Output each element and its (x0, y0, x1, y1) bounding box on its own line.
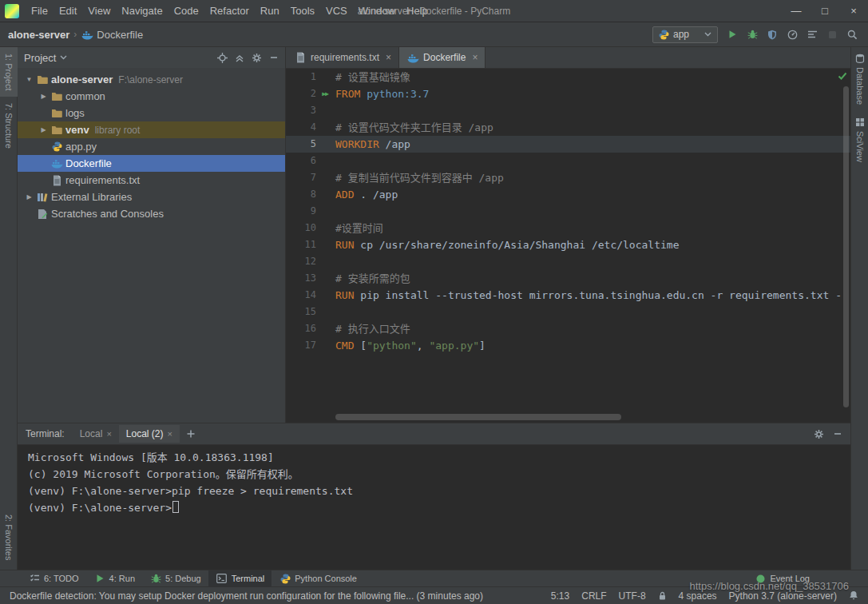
tree-item-common[interactable]: ▶common (18, 88, 285, 105)
editor-line[interactable]: 12 (286, 253, 850, 270)
editor-line[interactable]: 15 (286, 304, 850, 320)
tab-close-icon[interactable]: × (386, 52, 391, 63)
close-button[interactable]: × (839, 0, 868, 22)
locate-file-icon[interactable] (217, 53, 228, 63)
terminal-output[interactable]: Microsoft Windows [版本 10.0.18363.1198](c… (18, 445, 850, 570)
tree-item-alone-server[interactable]: ▼alone-serverF:\alone-server (18, 71, 285, 88)
editor-line[interactable]: 8ADD . /app (286, 186, 850, 203)
breadcrumb-item-dockerfile[interactable]: Dockerfile (81, 29, 143, 41)
tab-close-icon[interactable]: × (472, 52, 478, 63)
menu-item-view[interactable]: View (82, 1, 116, 21)
terminal-hide-icon[interactable] (833, 429, 842, 439)
editor-vertical-scrollbar[interactable] (843, 86, 849, 407)
editor-line[interactable]: 10#设置时间 (286, 220, 850, 236)
tree-item-external-libraries[interactable]: ▶External Libraries (18, 189, 285, 205)
tree-item-app-py[interactable]: app.py (18, 138, 285, 155)
editor-line[interactable]: 13# 安装所需的包 (286, 270, 850, 287)
editor-line[interactable]: 4# 设置代码文件夹工作目录 /app (286, 119, 850, 136)
tree-item-dockerfile[interactable]: Dockerfile (18, 155, 285, 172)
terminal-tab-local-2[interactable]: Local (2)× (119, 425, 180, 443)
minimize-button[interactable]: — (782, 0, 811, 22)
hide-panel-icon[interactable] (269, 53, 279, 62)
chevron-down-icon[interactable] (60, 55, 67, 60)
tool-window-button-5-debug[interactable]: 5: Debug (142, 570, 208, 586)
editor-body[interactable]: 1# 设置基础镜像2▶▶FROM python:3.734# 设置代码文件夹工作… (286, 69, 850, 423)
coverage-button[interactable] (766, 30, 779, 40)
tool-window-button-event-log[interactable]: Event Log (747, 570, 817, 586)
terminal-line: (venv) F:\alone-server> (28, 499, 840, 516)
tool-window-button-4-run[interactable]: 4: Run (86, 570, 142, 586)
editor-tab-dockerfile[interactable]: Dockerfile× (399, 47, 486, 68)
cursor-position[interactable]: 5:13 (551, 590, 569, 602)
tool-button-7-structure[interactable]: 7: Structure (0, 97, 18, 155)
tool-button-sciview[interactable]: SciView (851, 111, 868, 169)
menu-item-edit[interactable]: Edit (54, 1, 82, 21)
editor-line[interactable]: 1# 设置基础镜像 (286, 69, 850, 85)
terminal-line: Microsoft Windows [版本 10.0.18363.1198] (28, 449, 840, 466)
menu-item-file[interactable]: File (26, 1, 54, 21)
interpreter-info[interactable]: Python 3.7 (alone-server) (729, 590, 837, 602)
run-config-selector[interactable]: app (652, 26, 718, 43)
editor-horizontal-scrollbar[interactable] (335, 414, 621, 420)
tool-window-button-terminal[interactable]: Terminal (208, 570, 272, 586)
terminal-tab-local[interactable]: Local× (73, 425, 119, 443)
line-number: 1 (286, 69, 316, 85)
tool-button-2-favorites[interactable]: 2: Favorites (0, 508, 18, 566)
tab-close-icon[interactable]: × (168, 429, 172, 439)
editor-line[interactable]: 6 (286, 153, 850, 169)
concurrency-button[interactable] (806, 30, 818, 39)
file-encoding[interactable]: UTF-8 (619, 590, 646, 602)
terminal-cursor[interactable] (172, 501, 179, 513)
settings-gear-icon[interactable] (252, 53, 262, 63)
chevron-right-icon[interactable]: ▶ (22, 193, 36, 201)
menu-item-navigate[interactable]: Navigate (116, 1, 168, 21)
run-toolbar: app (652, 26, 860, 43)
tool-window-button-python-console[interactable]: Python Console (271, 570, 364, 586)
tree-item-scratches-and-consoles[interactable]: Scratches and Consoles (18, 205, 285, 222)
chevron-down-icon[interactable]: ▼ (22, 76, 36, 83)
menu-item-code[interactable]: Code (168, 1, 204, 21)
run-gutter-icon[interactable]: ▶▶ (316, 85, 334, 102)
notifications-bell-icon[interactable] (849, 590, 858, 601)
tool-window-button-label: 6: TODO (44, 574, 79, 583)
tree-item-venv[interactable]: ▶venvlibrary root (18, 121, 285, 138)
debug-button[interactable] (746, 30, 759, 39)
concurrency-icon (806, 30, 818, 39)
tree-item-label: requirements.txt (65, 174, 140, 186)
tree-item-logs[interactable]: logs (18, 105, 285, 121)
menu-item-run[interactable]: Run (255, 1, 285, 21)
editor-tab-requirements-txt[interactable]: requirements.txt× (287, 47, 399, 68)
chevron-right-icon[interactable]: ▶ (37, 93, 50, 100)
menu-item-refactor[interactable]: Refactor (204, 1, 255, 21)
project-panel-title[interactable]: Project (24, 52, 56, 64)
readonly-lock-icon[interactable] (658, 591, 667, 601)
editor-line[interactable]: 11RUN cp /usr/share/zoneinfo/Asia/Shangh… (286, 236, 850, 253)
editor-line[interactable]: 7# 复制当前代码文件到容器中 /app (286, 169, 850, 186)
editor-line[interactable]: 3 (286, 102, 850, 119)
new-terminal-tab-button[interactable] (180, 429, 202, 439)
tab-close-icon[interactable]: × (106, 429, 111, 439)
line-separator[interactable]: CRLF (581, 590, 606, 602)
indent-info[interactable]: 4 spaces (679, 590, 717, 602)
editor-line[interactable]: 2▶▶FROM python:3.7 (286, 85, 850, 102)
tool-button-1-project[interactable]: 1: Project (0, 47, 18, 97)
run-button[interactable] (726, 30, 739, 39)
tool-window-button-6-todo[interactable]: 6: TODO (21, 570, 86, 586)
editor-line[interactable]: 17CMD ["python", "app.py"] (286, 337, 850, 354)
editor-line[interactable]: 16# 执行入口文件 (286, 320, 850, 337)
editor-line[interactable]: 5WORKDIR /app (286, 136, 850, 153)
profiler-button[interactable] (786, 30, 799, 40)
collapse-all-icon[interactable] (235, 53, 244, 62)
menu-item-vcs[interactable]: VCS (320, 1, 353, 21)
status-message[interactable]: Dockerfile detection: You may setup Dock… (10, 590, 539, 602)
editor-line[interactable]: 14RUN pip install --trusted-host mirrors… (286, 287, 850, 304)
tool-button-database[interactable]: Database (851, 47, 868, 111)
search-button[interactable] (846, 30, 858, 40)
chevron-right-icon[interactable]: ▶ (37, 126, 50, 133)
menu-item-tools[interactable]: Tools (285, 1, 320, 21)
tree-item-requirements-txt[interactable]: requirements.txt (18, 172, 285, 189)
editor-line[interactable]: 9 (286, 203, 850, 220)
terminal-settings-gear-icon[interactable] (814, 429, 824, 439)
breadcrumb-item-alone-server[interactable]: alone-server (8, 29, 69, 41)
maximize-button[interactable]: □ (811, 0, 839, 22)
